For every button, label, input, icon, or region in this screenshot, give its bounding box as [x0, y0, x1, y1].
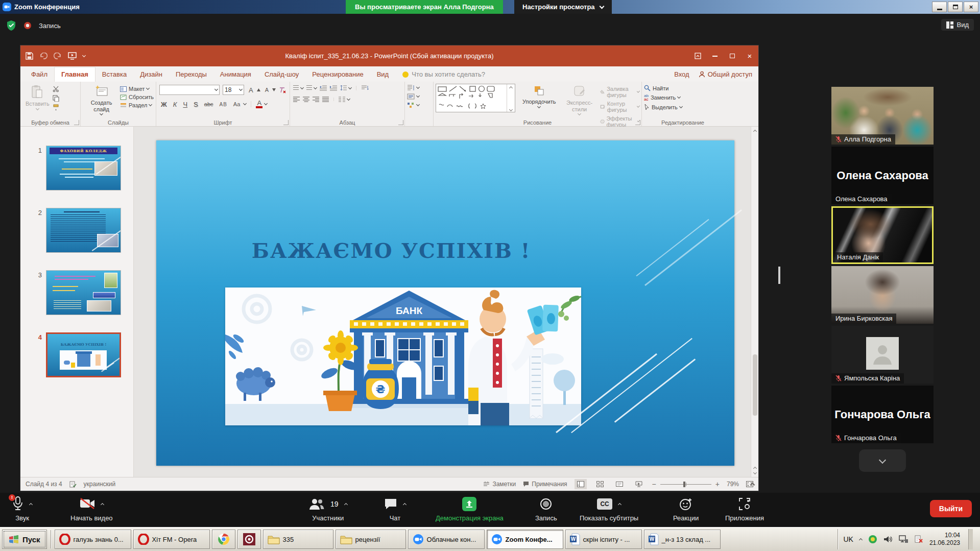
minimize-button[interactable] — [932, 2, 947, 12]
tray-expand-icon[interactable] — [859, 538, 863, 542]
ppt-minimize-button[interactable] — [706, 45, 724, 66]
align-right-icon[interactable] — [313, 97, 319, 102]
spellcheck-icon[interactable] — [69, 481, 77, 488]
more-participants-button[interactable] — [859, 449, 906, 472]
taskbar-clock[interactable]: 10:04 21.06.2023 — [929, 532, 960, 547]
character-spacing-button[interactable]: АВ — [218, 102, 229, 107]
slide-3-thumbnail[interactable] — [46, 270, 121, 315]
layout-button[interactable]: Макет — [120, 86, 154, 92]
zoom-out-button[interactable]: − — [652, 480, 656, 488]
clear-formatting-icon[interactable] — [279, 87, 286, 93]
drawing-dialog-launcher[interactable] — [635, 120, 640, 125]
ppt-restore-button[interactable] — [724, 45, 741, 66]
bullets-button[interactable] — [293, 85, 303, 91]
participant-tile-goncharova-olga[interactable]: Гончарова Ольга Гончарова Ольга — [831, 386, 934, 443]
align-center-icon[interactable] — [303, 97, 309, 102]
font-size-combo[interactable]: 18 — [223, 85, 244, 95]
audio-options-chevron-icon[interactable] — [29, 503, 33, 507]
view-settings-button[interactable]: Настройки просмотра — [514, 0, 612, 14]
antivirus-tray-icon[interactable] — [868, 535, 877, 544]
tab-review[interactable]: Рецензирование — [305, 67, 370, 82]
justify-icon[interactable] — [322, 97, 329, 102]
bold-button[interactable]: Ж — [159, 101, 169, 108]
comments-button[interactable]: Примечания — [523, 481, 567, 488]
taskbar-zoom-meeting[interactable]: Zoom Конфе... — [487, 530, 563, 549]
shrink-font-button[interactable]: А — [264, 87, 276, 93]
paragraph-dialog-launcher[interactable] — [398, 120, 403, 125]
text-shadow-button[interactable]: S — [192, 101, 200, 108]
zoom-slider-thumb[interactable] — [683, 482, 685, 487]
normal-view-button[interactable] — [575, 479, 587, 489]
slide-canvas[interactable]: БАЖАЄМО УСПІХІВ ! — [156, 140, 734, 466]
chat-button[interactable]: Чат — [384, 496, 406, 522]
chat-options-chevron-icon[interactable] — [403, 503, 407, 507]
shapes-gallery-scrollbar[interactable] — [507, 84, 515, 112]
language-indicator[interactable]: украинский — [84, 481, 116, 488]
taskbar-word-1[interactable]: W скрін іспиту - ... — [565, 530, 642, 549]
zoom-slider-track[interactable] — [660, 484, 711, 485]
cut-button[interactable] — [53, 86, 59, 92]
increase-indent-icon[interactable] — [330, 85, 337, 91]
convert-smartart-button[interactable] — [407, 102, 431, 108]
apps-button[interactable]: Приложения — [725, 496, 764, 522]
taskbar-folder-recenzii[interactable]: рецензії — [336, 530, 406, 549]
participant-tile-natalia-danik[interactable]: Наталія Данік — [831, 206, 934, 264]
slide-4-thumbnail[interactable]: БАЖАЄМО УСПІХІВ ! — [46, 332, 121, 377]
taskbar-zoom-cloud[interactable]: Облачные кон... — [408, 530, 485, 549]
paste-button[interactable]: Вставить — [22, 84, 53, 111]
tab-view[interactable]: Вид — [370, 67, 396, 82]
font-color-button[interactable]: А — [256, 100, 267, 108]
scrollbar-thumb[interactable] — [753, 354, 757, 416]
previous-slide-button[interactable] — [753, 467, 756, 470]
slideshow-view-button[interactable] — [633, 479, 645, 489]
reset-button[interactable]: Сбросить — [120, 94, 154, 100]
captions-button[interactable]: CC Показать субтитры — [580, 496, 638, 522]
slide-title[interactable]: БАЖАЄМО УСПІХІВ ! — [228, 238, 555, 262]
tab-insert[interactable]: Вставка — [95, 67, 133, 82]
participant-tile-yampolska-karina[interactable]: Ямпольска Каріна — [831, 326, 934, 384]
tab-animations[interactable]: Анимация — [213, 67, 258, 82]
sign-in-link[interactable]: Вход — [674, 70, 689, 78]
video-button[interactable]: Начать видео — [70, 496, 113, 522]
leave-meeting-button[interactable]: Выйти — [930, 500, 972, 517]
tell-me-box[interactable]: Что вы хотите сделать? — [402, 70, 485, 82]
participants-button[interactable]: 19 Участники — [309, 496, 347, 522]
panel-resize-handle[interactable] — [778, 267, 780, 284]
select-button[interactable]: Выделить — [644, 104, 722, 110]
font-name-combo[interactable] — [159, 85, 220, 95]
security-shield-icon[interactable] — [6, 20, 16, 31]
taskbar-chrome[interactable] — [212, 530, 235, 549]
taskbar-finereader[interactable] — [237, 530, 261, 549]
section-button[interactable]: Раздел — [120, 102, 154, 108]
strikethrough-button[interactable]: abc — [203, 101, 215, 107]
align-text-menu-button[interactable] — [407, 93, 431, 100]
participant-tile-olena-sakharova[interactable]: Олена Сахарова Олена Сахарова — [831, 147, 934, 204]
close-button[interactable]: × — [964, 2, 978, 12]
slide-2-thumbnail[interactable] — [46, 208, 121, 253]
reading-view-button[interactable] — [613, 479, 626, 489]
tab-home[interactable]: Главная — [54, 67, 95, 82]
view-button[interactable]: Вид — [941, 19, 974, 31]
share-button[interactable]: Общий доступ — [699, 70, 752, 78]
taskbar-folder-335[interactable]: 335 — [263, 530, 333, 549]
restore-button[interactable] — [948, 2, 963, 12]
shape-outline-button[interactable]: Контур фигуры — [600, 101, 639, 113]
scroll-up-button[interactable] — [751, 127, 759, 135]
text-direction-menu-button[interactable] — [407, 85, 431, 91]
taskbar-opera-1[interactable]: галузь знань 0... — [55, 530, 131, 549]
audio-button[interactable]: ! Звук — [12, 496, 32, 522]
participant-tile-irina-birkovskaya[interactable]: Ирина Бирковская — [831, 266, 934, 324]
video-options-chevron-icon[interactable] — [101, 503, 104, 507]
italic-button[interactable]: К — [172, 101, 179, 108]
format-painter-button[interactable] — [53, 104, 59, 111]
text-direction-icon[interactable] — [361, 85, 369, 91]
alert-tray-icon[interactable] — [914, 535, 923, 543]
shape-fill-button[interactable]: Заливка фигуры — [600, 86, 639, 98]
grow-font-button[interactable]: А — [247, 86, 260, 94]
participant-tile-alla-podgorna[interactable]: Алла Подгорна — [831, 87, 934, 145]
show-desktop-button[interactable] — [968, 529, 973, 549]
tab-transitions[interactable]: Переходы — [169, 67, 213, 82]
volume-tray-icon[interactable] — [883, 535, 893, 543]
share-screen-button[interactable]: Демонстрация экрана — [436, 496, 504, 522]
tab-file[interactable]: Файл — [25, 67, 54, 82]
